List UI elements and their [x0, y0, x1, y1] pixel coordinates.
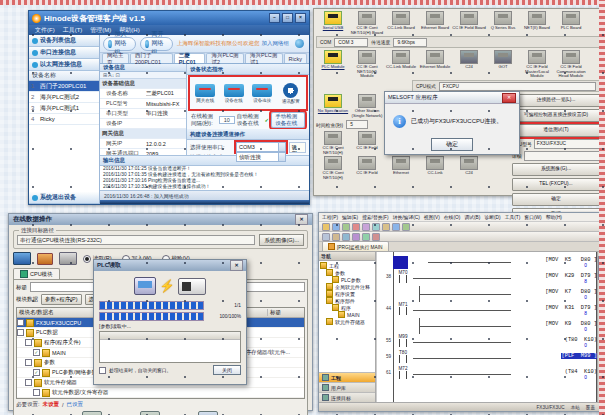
pc-interface-option[interactable]: PLC Board — [554, 11, 588, 31]
leave-group-button[interactable]: 离开网络组 — [140, 37, 173, 51]
navigation-view-button[interactable]: 用户库 — [319, 382, 375, 392]
combo-box[interactable]: 侦听连接 — [236, 152, 286, 162]
device-tab[interactable]: 西门子200PLC01 — [130, 53, 173, 63]
progress-dialog-title-bar[interactable]: PLC读取 ✕ — [94, 260, 246, 271]
device-row[interactable]: 2 海兴PLC测试2 — [29, 92, 99, 103]
edit-cursor-cell[interactable] — [393, 256, 408, 269]
communication-test-button[interactable]: 通信测试(T) — [512, 124, 600, 137]
device-tab[interactable]: 三菱PLC01 — [174, 53, 206, 63]
close-button[interactable]: × — [295, 13, 306, 23]
plc-interface-option[interactable]: C24 — [452, 50, 486, 70]
pc-interface-option[interactable]: Serial USB — [316, 11, 350, 31]
menu-item[interactable]: 窗口(W) — [524, 214, 541, 220]
sidebar-section-header[interactable]: 设备列表信息 — [29, 35, 99, 47]
toolbar-icon[interactable] — [392, 223, 400, 231]
footer-function-button[interactable]: 远程操作 — [70, 411, 114, 415]
network-route-option[interactable]: CC IE Field — [350, 131, 384, 151]
toolbar-icon[interactable] — [372, 233, 380, 241]
menu-item[interactable]: 视图(V) — [424, 214, 440, 220]
instruction[interactable]: [MOV K9 D80 ] — [545, 321, 597, 327]
project-tree-item[interactable]: MAIN — [320, 311, 374, 318]
timeout-field[interactable]: 5 — [346, 120, 368, 129]
menu-item[interactable]: 转换/编译(C) — [393, 214, 420, 220]
coexistence-route-option[interactable]: CC-Link — [418, 156, 452, 176]
ladder-rung[interactable]: [MOV K5 D80 ]0 — [377, 254, 597, 270]
project-tree-item[interactable]: 程序部件 — [320, 297, 374, 304]
title-bar[interactable]: Hinode设备管理客户端 v1.5 – □ × — [29, 11, 309, 25]
dialog-title-bar[interactable]: 在线数据操作 ✕ — [9, 214, 312, 225]
pc-interface-option[interactable]: CC IE Field Board — [452, 11, 486, 31]
coexistence-route-option[interactable]: CC IE Field — [350, 156, 384, 176]
timer-coil[interactable]: (T84 K10) — [565, 369, 597, 375]
toolbar-icon[interactable] — [332, 223, 340, 231]
cpu-module-tab[interactable]: CPU模块 — [13, 268, 60, 279]
auto-check-checkbox[interactable]: ✓ — [265, 117, 270, 123]
property-row[interactable]: 网关IP 12.0.0.2 — [100, 139, 186, 149]
navigation-view-button[interactable]: 连接目标 — [319, 392, 375, 402]
row-checkbox[interactable] — [33, 389, 40, 396]
plc-interface-option[interactable]: CC-Link Module — [384, 50, 418, 70]
ladder-rung[interactable]: 55 M99 (T80 K10)0 — [377, 334, 597, 350]
tree-row[interactable]: 软元件数据/文件寄存器 — [17, 388, 304, 398]
plc-interface-option[interactable]: GOT — [486, 50, 520, 70]
menu-item[interactable]: 管理(M) — [90, 26, 111, 35]
connection-path-list-button[interactable]: 连接路径一览(L)... — [512, 94, 600, 107]
toolbar-icon[interactable] — [332, 233, 340, 241]
device-tab[interactable]: 海兴PLC测试2 — [206, 53, 244, 63]
pc-interface-option[interactable]: CC IE Cont NET/10(H) Board — [350, 11, 384, 35]
plc-interface-option[interactable]: CC IE Cont NET/10(H) Module — [350, 50, 384, 79]
menu-item[interactable]: 搜索/替换(F) — [362, 214, 389, 220]
pc-interface-option[interactable]: NET(II) Board — [520, 11, 554, 31]
coexistence-route-option[interactable]: C24 — [452, 156, 486, 176]
menu-item[interactable]: 工程(P) — [322, 214, 338, 220]
property-row[interactable]: 设备基础信息 — [100, 79, 186, 89]
instruction[interactable]: [MOV K5 D80 ] — [545, 257, 597, 263]
property-row[interactable]: 设备名称 三菱PLC01 — [100, 89, 186, 99]
footer-function-button[interactable]: PLC存储器清除 — [186, 411, 230, 415]
property-grid-toolbar[interactable]: ⊞ A↓ ⊡ — [100, 72, 186, 79]
baud-rate-field[interactable]: 9.6Kbps — [393, 38, 427, 47]
timer-coil[interactable]: (T80 K10) — [565, 337, 597, 343]
coexistence-route-option[interactable]: CC IE Cont NET/10(H) — [316, 156, 350, 180]
menu-item[interactable]: 工具(T) — [63, 26, 83, 35]
pc-interface-option[interactable]: Ethernet Board — [418, 11, 452, 31]
property-row[interactable]: 网关信息 — [100, 129, 186, 139]
system-image-button[interactable]: 系统图像(G)... — [512, 163, 600, 176]
sidebar-section-header[interactable]: 串口连接信息 — [29, 47, 99, 59]
row-checkbox[interactable] — [33, 369, 40, 376]
toolbar-icon[interactable] — [342, 223, 350, 231]
param-program-button[interactable]: 参数+程序(P) — [41, 294, 82, 305]
melsoft-dialog-title-bar[interactable]: MELSOFT 应用程序 ✕ — [385, 92, 519, 104]
toolbar-icon[interactable] — [372, 223, 380, 231]
row-checkbox[interactable] — [25, 339, 32, 346]
other-station-option[interactable]: No Specification — [316, 94, 350, 114]
tel-button[interactable]: TEL (FXCPU)... — [512, 178, 600, 191]
project-tree-item[interactable]: 程序 — [320, 304, 374, 311]
dialog-ok-button[interactable]: 确定 — [431, 138, 473, 151]
toolbar-icon[interactable] — [382, 223, 390, 231]
menu-item[interactable]: 工具(T) — [505, 214, 521, 220]
row-checkbox[interactable] — [17, 319, 24, 326]
interval-input[interactable]: 10 — [219, 116, 235, 124]
property-row[interactable]: 设备IP — [100, 119, 186, 129]
menu-item[interactable]: 编辑(E) — [342, 214, 358, 220]
instruction[interactable]: [MOV K29 D79 ] — [545, 273, 597, 279]
toolbar-icon[interactable] — [322, 223, 330, 231]
pc-interface-option[interactable]: CC-Link Board — [384, 11, 418, 31]
footer-function-button[interactable]: 时钟设置 — [128, 411, 172, 415]
system-image-button[interactable]: 系统图像(G)... — [259, 234, 304, 246]
manual-check-button[interactable]: 手动检测设备在线 — [271, 112, 305, 128]
device-tab[interactable]: 网站主页 — [102, 53, 129, 63]
device-tab[interactable]: 海兴PLC测试1 — [245, 53, 283, 63]
plc-interface-option[interactable]: Ethernet Module — [418, 50, 452, 70]
close-icon[interactable]: ✕ — [502, 93, 516, 103]
progress-close-button[interactable]: 关闭 — [213, 365, 241, 375]
project-tree-item[interactable]: 软元件存储器 — [320, 318, 374, 325]
com-port-field[interactable]: COM 3 — [334, 38, 368, 47]
sidebar-bottom-section[interactable]: 系统退出设备 — [29, 192, 99, 204]
row-checkbox[interactable] — [25, 359, 32, 366]
instruction-energized[interactable]: [PLF M99 ] — [561, 353, 597, 359]
coexistence-route-option[interactable]: Ethernet — [384, 156, 418, 176]
menu-item[interactable]: 诊断(D) — [484, 214, 500, 220]
ladder-editor-tab[interactable]: [PRG]监视执行 MAIN — [322, 241, 389, 251]
